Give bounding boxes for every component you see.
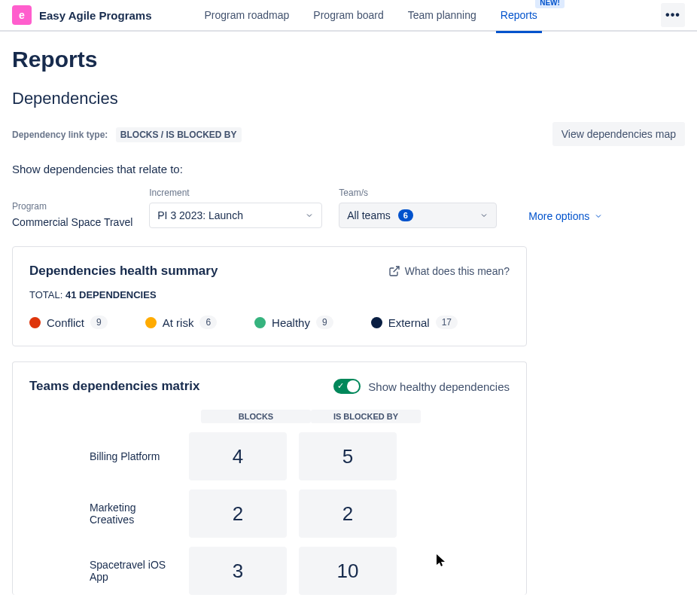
conflict-label: Conflict: [47, 316, 84, 329]
external-dot-icon: [371, 317, 382, 328]
matrix-cell-blocked[interactable]: 2: [299, 489, 397, 538]
nav-reports[interactable]: Reports NEW!: [501, 5, 537, 26]
healthy-count: 9: [316, 316, 333, 329]
toggle-row: ✓ Show healthy dependencies: [333, 379, 510, 394]
team-name: Marketing Creatives: [29, 502, 189, 526]
dep-type-row: Dependency link type: BLOCKS / IS BLOCKE…: [12, 122, 685, 146]
matrix-row: Billing Platform45: [29, 432, 510, 480]
filter-teams: Team/s All teams 6: [339, 188, 497, 228]
more-options-label: More options: [528, 210, 589, 222]
new-badge: NEW!: [535, 0, 565, 8]
status-external: External 17: [371, 316, 458, 329]
show-healthy-toggle[interactable]: ✓: [333, 379, 361, 394]
matrix-title: Teams dependencies matrix: [29, 379, 199, 394]
matrix-cell-blocks[interactable]: 3: [189, 547, 287, 595]
chevron-down-icon: [305, 211, 314, 220]
app-header: e Easy Agile Programs Program roadmap Pr…: [0, 0, 697, 32]
atrisk-dot-icon: [145, 317, 157, 328]
more-button[interactable]: •••: [661, 3, 685, 27]
help-link[interactable]: What does this mean?: [388, 265, 510, 277]
dep-type-label: Dependency link type:: [12, 130, 108, 140]
teams-count-badge: 6: [398, 209, 413, 221]
more-options-button[interactable]: More options: [528, 210, 603, 228]
total-line: TOTAL: 41 DEPENDENCIES: [29, 289, 510, 300]
atrisk-count: 6: [199, 316, 217, 329]
svg-line-0: [393, 267, 398, 272]
increment-value: PI 3 2023: Launch: [157, 209, 243, 221]
filter-increment: Increment PI 3 2023: Launch: [149, 188, 322, 228]
page-title: Reports: [12, 47, 685, 72]
view-map-button[interactable]: View dependencies map: [552, 122, 685, 146]
app-name: Easy Agile Programs: [39, 9, 152, 22]
conflict-dot-icon: [29, 317, 41, 328]
teams-select[interactable]: All teams 6: [339, 203, 497, 228]
section-title: Dependencies: [12, 89, 685, 108]
status-atrisk: At risk 6: [145, 316, 217, 329]
status-healthy: Healthy 9: [254, 316, 333, 329]
ellipsis-icon: •••: [665, 8, 680, 22]
external-label: External: [388, 316, 430, 329]
increment-select[interactable]: PI 3 2023: Launch: [149, 203, 322, 228]
chevron-down-icon: [594, 212, 603, 221]
matrix-cell-blocked[interactable]: 10: [299, 547, 397, 595]
dep-type-value: BLOCKS / IS BLOCKED BY: [116, 127, 242, 142]
filter-program: Program Commercial Space Travel: [12, 201, 132, 228]
team-name: Spacetravel iOS App: [29, 559, 189, 583]
matrix-row: Marketing Creatives22: [29, 489, 510, 538]
filters-row: Program Commercial Space Travel Incremen…: [12, 188, 685, 228]
healthy-label: Healthy: [272, 316, 310, 329]
status-conflict: Conflict 9: [29, 316, 108, 329]
toggle-label: Show healthy dependencies: [368, 380, 510, 393]
matrix-panel: Teams dependencies matrix ✓ Show healthy…: [12, 361, 527, 595]
logo-letter: e: [19, 9, 25, 21]
main-nav: Program roadmap Program board Team plann…: [205, 5, 661, 26]
total-prefix: TOTAL:: [29, 289, 65, 300]
total-value: 41 DEPENDENCIES: [65, 289, 157, 300]
nav-program-roadmap[interactable]: Program roadmap: [205, 5, 290, 26]
dep-type-container: Dependency link type: BLOCKS / IS BLOCKE…: [12, 127, 242, 141]
matrix-column-headers: BLOCKS IS BLOCKED BY: [29, 409, 510, 423]
matrix-header: Teams dependencies matrix ✓ Show healthy…: [29, 379, 510, 394]
matrix-cell-blocks[interactable]: 2: [189, 489, 287, 538]
matrix-spacer: [29, 409, 201, 423]
atrisk-label: At risk: [163, 316, 194, 329]
col-header-blocked: IS BLOCKED BY: [311, 410, 421, 423]
check-icon: ✓: [337, 381, 344, 391]
team-name: Billing Platform: [29, 450, 189, 462]
healthy-dot-icon: [254, 317, 266, 328]
content-area: Reports Dependencies Dependency link typ…: [0, 32, 697, 616]
col-header-wrap-blocked: IS BLOCKED BY: [311, 409, 421, 423]
app-logo: e: [12, 5, 32, 25]
status-row: Conflict 9 At risk 6 Healthy 9 External …: [29, 316, 510, 329]
health-summary-panel: Dependencies health summary What does th…: [12, 246, 527, 346]
summary-title: Dependencies health summary: [29, 264, 218, 279]
matrix-cell-blocks[interactable]: 4: [189, 432, 287, 480]
conflict-count: 9: [90, 316, 108, 329]
nav-reports-label: Reports: [501, 9, 537, 21]
filter-program-value: Commercial Space Travel: [12, 216, 132, 228]
matrix-rows: Billing Platform45Marketing Creatives22S…: [29, 432, 510, 595]
col-header-blocks: BLOCKS: [201, 410, 311, 423]
matrix-cell-blocked[interactable]: 5: [299, 432, 397, 480]
external-link-icon: [388, 265, 400, 277]
show-dependencies-label: Show dependencies that relate to:: [12, 163, 685, 175]
external-count: 17: [436, 316, 458, 329]
nav-program-board[interactable]: Program board: [313, 5, 383, 26]
filter-program-label: Program: [12, 201, 132, 212]
filter-teams-label: Team/s: [339, 188, 497, 198]
matrix-row: Spacetravel iOS App310: [29, 547, 510, 595]
nav-team-planning[interactable]: Team planning: [408, 5, 476, 26]
filter-increment-label: Increment: [149, 188, 322, 198]
panel-header: Dependencies health summary What does th…: [29, 264, 510, 279]
help-text: What does this mean?: [405, 265, 510, 277]
teams-value: All teams: [347, 209, 391, 221]
chevron-down-icon: [479, 211, 489, 220]
col-header-wrap-blocks: BLOCKS: [201, 409, 311, 423]
